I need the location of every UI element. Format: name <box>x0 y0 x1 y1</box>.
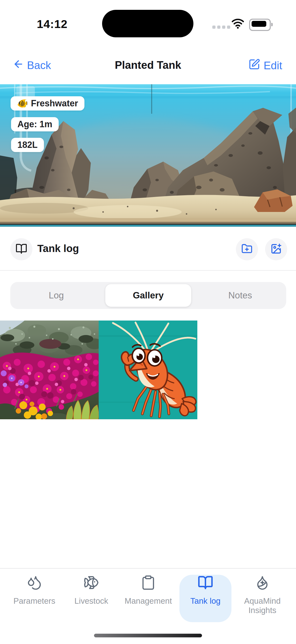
tank-photo-header: 🐠 Freshwater Age: 1m 182L <box>0 84 296 227</box>
tab-label: Livestock <box>74 596 108 606</box>
tab-label: Parameters <box>13 596 55 606</box>
add-log-entry-button[interactable] <box>236 238 258 260</box>
tab-livestock[interactable]: Livestock <box>63 575 120 606</box>
image-plus-icon <box>271 243 282 256</box>
gallery-photo-flowers[interactable] <box>0 320 99 419</box>
battery-icon <box>249 19 271 31</box>
clipboard-icon <box>140 575 156 592</box>
tank-volume-label: 182L <box>17 140 37 150</box>
app-screen: 14:12 Back Planted Tank Edit <box>0 0 296 644</box>
tab-label: Management <box>125 596 172 606</box>
droplets-icon <box>26 575 42 592</box>
droplet-sparkle-icon <box>255 575 270 592</box>
cellular-signal-icon <box>212 26 230 29</box>
segment-gallery[interactable]: Gallery <box>102 282 194 309</box>
tab-label: Tank log <box>190 596 221 606</box>
edit-label: Edit <box>264 60 282 72</box>
tank-age-label: Age: 1m <box>17 119 52 130</box>
section-icon-circle <box>10 238 32 260</box>
segment-log[interactable]: Log <box>10 282 102 309</box>
gallery-photo-shrimp[interactable] <box>99 320 197 419</box>
tab-parameters[interactable]: Parameters <box>6 575 63 606</box>
fish-icon <box>83 575 99 592</box>
tank-age-badge: Age: 1m <box>11 117 59 132</box>
folder-plus-icon <box>241 243 253 256</box>
tropical-fish-emoji-icon: 🐠 <box>17 99 28 108</box>
section-divider <box>0 270 296 271</box>
edit-button[interactable]: Edit <box>248 58 282 73</box>
tab-bar: Parameters Livestock <box>0 568 296 644</box>
status-time: 14:12 <box>37 17 67 31</box>
tab-tank-log[interactable]: Tank log <box>177 575 234 606</box>
book-open-icon <box>198 575 213 592</box>
tab-aquamind-insights[interactable]: AquaMind Insights <box>234 575 291 615</box>
section-title: Tank log <box>37 243 79 254</box>
tank-volume-badge: 182L <box>11 138 44 152</box>
dynamic-island <box>102 10 193 37</box>
edit-pencil-icon <box>248 58 260 73</box>
tab-management[interactable]: Management <box>120 575 177 606</box>
tank-type-label: Freshwater <box>31 98 78 108</box>
segment-notes[interactable]: Notes <box>194 282 286 309</box>
add-photo-button[interactable] <box>265 238 287 260</box>
log-segmented-control: Log Gallery Notes <box>10 282 286 309</box>
tank-type-badge: 🐠 Freshwater <box>10 96 84 110</box>
book-icon <box>15 243 27 256</box>
wifi-icon <box>232 18 244 30</box>
tab-label: AquaMind Insights <box>237 596 288 615</box>
home-indicator[interactable] <box>94 634 202 637</box>
